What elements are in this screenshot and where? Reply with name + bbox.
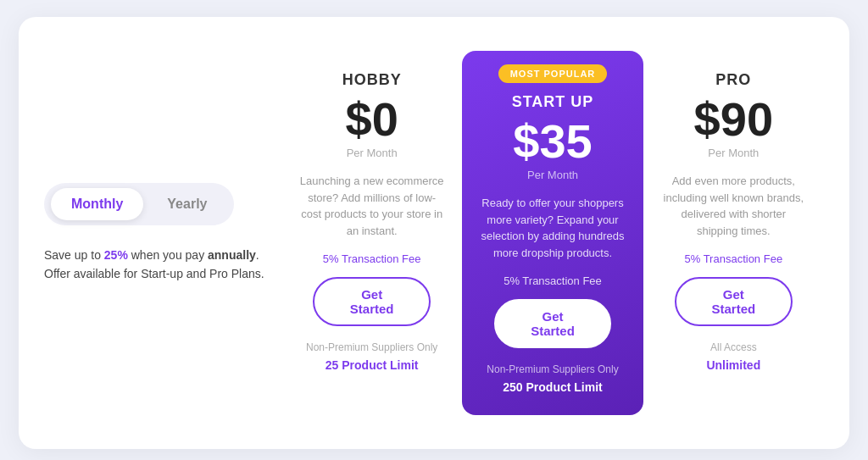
- plans-container: HOBBY $0 Per Month Launching a new ecomm…: [281, 51, 824, 415]
- startup-fee: 5% Transaction Fee: [504, 274, 602, 287]
- startup-per-month: Per Month: [527, 169, 578, 181]
- monthly-toggle[interactable]: Monthly: [51, 188, 143, 220]
- hobby-desc: Launching a new ecommerce store? Add mil…: [298, 173, 445, 239]
- pro-name: PRO: [715, 71, 751, 89]
- hobby-suppliers: Non-Premium Suppliers Only: [306, 341, 437, 353]
- pro-price: $90: [694, 96, 773, 143]
- pro-limit: Unlimited: [706, 358, 760, 372]
- startup-limit: 250 Product Limit: [503, 380, 602, 394]
- hobby-price: $0: [346, 96, 398, 143]
- hobby-limit: 25 Product Limit: [326, 358, 419, 372]
- savings-end: .: [256, 248, 259, 262]
- savings-line2: Offer available for Start-up and Pro Pla…: [44, 267, 264, 280]
- plan-hobby: HOBBY $0 Per Month Launching a new ecomm…: [281, 51, 462, 415]
- startup-name: START UP: [512, 93, 594, 111]
- savings-description: Save up to 25% when you pay annually. Of…: [44, 246, 264, 284]
- plan-pro: PRO $90 Per Month Add even more products…: [643, 51, 824, 415]
- savings-prefix: Save up to: [44, 248, 104, 262]
- startup-cta[interactable]: Get Started: [494, 299, 612, 348]
- savings-suffix: when you pay: [128, 248, 208, 262]
- savings-highlight: 25%: [104, 248, 128, 262]
- startup-price: $35: [513, 118, 592, 165]
- left-panel: Monthly Yearly Save up to 25% when you p…: [44, 51, 281, 415]
- savings-bold: annually: [208, 248, 256, 262]
- plan-startup: MOST POPULAR START UP $35 Per Month Read…: [462, 51, 643, 415]
- hobby-fee: 5% Transaction Fee: [323, 252, 421, 265]
- hobby-per-month: Per Month: [347, 147, 398, 159]
- startup-desc: Ready to offer your shoppers more variet…: [479, 195, 626, 261]
- pro-fee: 5% Transaction Fee: [685, 252, 783, 265]
- pro-cta[interactable]: Get Started: [675, 277, 793, 326]
- pro-all-access: All Access: [710, 341, 757, 353]
- popular-badge: MOST POPULAR: [498, 64, 608, 83]
- hobby-cta[interactable]: Get Started: [313, 277, 431, 326]
- startup-suppliers: Non-Premium Suppliers Only: [487, 363, 618, 375]
- pro-per-month: Per Month: [708, 147, 759, 159]
- pro-desc: Add even more products, including well k…: [660, 173, 807, 239]
- pricing-card: Monthly Yearly Save up to 25% when you p…: [19, 17, 849, 449]
- billing-toggle: Monthly Yearly: [44, 183, 234, 225]
- yearly-toggle[interactable]: Yearly: [147, 188, 227, 220]
- hobby-name: HOBBY: [342, 71, 402, 89]
